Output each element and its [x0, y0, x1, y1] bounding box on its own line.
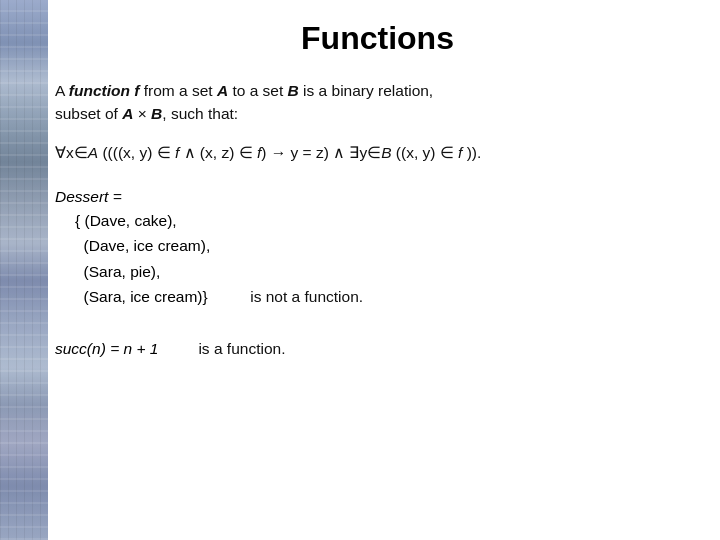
intro-paragraph: A function f from a set A to a set B is …	[55, 79, 700, 126]
function-term: function f	[69, 82, 140, 99]
dessert-item-4: (Sara, ice cream)}	[75, 284, 210, 310]
set-b: B	[288, 82, 299, 99]
border-pattern	[0, 0, 48, 540]
succ-section: succ(n) = n + 1 is a function.	[55, 340, 700, 358]
set-b2: B	[151, 105, 162, 122]
left-border-decoration	[0, 0, 48, 540]
dessert-item-1: { (Dave, cake),	[75, 208, 210, 234]
succ-formula: succ(n) = n + 1	[55, 340, 158, 358]
is-function-verdict: is a function.	[198, 340, 285, 358]
dessert-set: { (Dave, cake), (Dave, ice cream), (Sara…	[75, 208, 210, 310]
page-title: Functions	[55, 20, 700, 57]
dessert-example: Dessert = { (Dave, cake), (Dave, ice cre…	[55, 188, 210, 310]
quantifier-formula: ∀x∈A ((((x, y) ∈ f ∧ (x, z) ∈ f) → y = z…	[55, 144, 700, 162]
set-a2: A	[122, 105, 133, 122]
not-function-verdict: is not a function.	[250, 288, 363, 310]
dessert-item-2: (Dave, ice cream),	[75, 233, 210, 259]
examples-section: Dessert = { (Dave, cake), (Dave, ice cre…	[55, 188, 700, 310]
main-content: Functions A function f from a set A to a…	[55, 20, 700, 520]
set-a: A	[217, 82, 228, 99]
dessert-label: Dessert =	[55, 188, 210, 206]
dessert-item-3: (Sara, pie),	[75, 259, 210, 285]
